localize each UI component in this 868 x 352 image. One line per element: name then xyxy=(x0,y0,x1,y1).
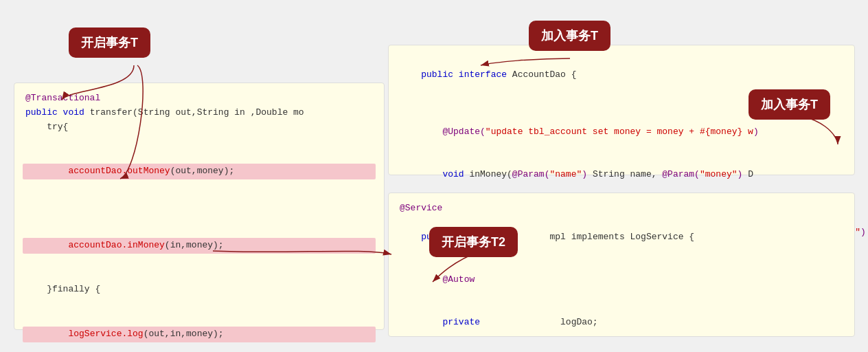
start-t-text: 开启事务T xyxy=(81,36,138,50)
line-private-dao: private logDao; xyxy=(400,302,843,344)
line-log: logService.log(out,in,money); xyxy=(25,297,373,352)
join-t-top-text: 加入事务T xyxy=(541,29,598,43)
line-try: try{ xyxy=(25,120,373,135)
line-method-sig: public void transfer(String out,String i… xyxy=(25,106,373,120)
join-t-right-text: 加入事务T xyxy=(761,98,818,111)
line-transactional2: @Transactional 日志的业务需要在一个单独的事务中 xyxy=(400,344,843,352)
start-transaction-t-label: 开启事务T xyxy=(69,28,150,58)
start-t2-text: 开启事务T2 xyxy=(442,235,505,249)
left-code-panel: @Transactional public void transfer(Stri… xyxy=(14,82,385,330)
line-service: @Service xyxy=(400,201,843,216)
line-transactional: @Transactional xyxy=(25,91,373,106)
line-finally: }finally { xyxy=(25,283,373,297)
join-transaction-t-top-label: 加入事务T xyxy=(529,21,610,51)
line-in-money: accountDao.inMoney(in,money); xyxy=(25,208,373,283)
join-transaction-t-right-label: 加入事务T xyxy=(749,89,830,120)
start-transaction-t2-label: 开启事务T2 xyxy=(429,227,518,257)
line-out-money: accountDao.outMoney(out,money); xyxy=(25,134,373,208)
log-service-panel: @Service public cl mpl implements LogSer… xyxy=(388,192,855,337)
line-autowired: @Autow xyxy=(400,258,843,301)
line-in-money-method: void inMoney(@Param("name") String name,… xyxy=(400,154,843,197)
